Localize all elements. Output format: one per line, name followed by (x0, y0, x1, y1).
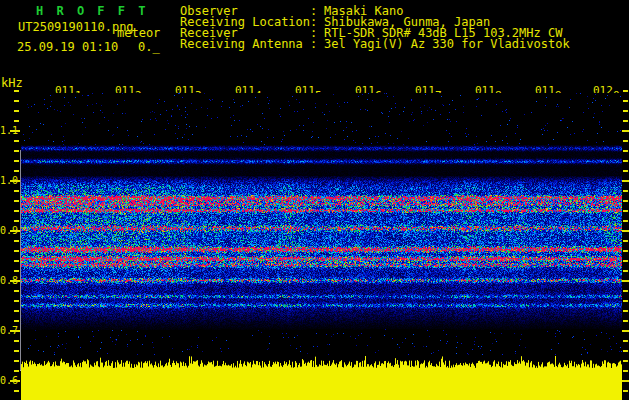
freq-minor-tick (623, 260, 628, 262)
freq-minor-tick (623, 310, 628, 312)
freq-minor-tick (623, 200, 628, 202)
freq-minor-tick (14, 100, 19, 102)
freq-major-tick (10, 380, 20, 382)
freq-major-tick (10, 180, 20, 182)
freq-minor-tick (623, 370, 628, 372)
freq-minor-tick (14, 190, 19, 192)
freq-major-tick (10, 230, 20, 232)
freq-minor-tick (14, 300, 19, 302)
freq-minor-tick (14, 90, 19, 92)
freq-major-tick (10, 130, 20, 132)
freq-minor-tick (14, 390, 19, 392)
freq-minor-tick (14, 310, 19, 312)
hrofft-screen: H R O F F T UT2509190110.png meteor 25.0… (0, 0, 629, 400)
freq-minor-tick (623, 250, 628, 252)
freq-minor-tick (14, 270, 19, 272)
freq-minor-tick (14, 350, 19, 352)
freq-minor-tick (623, 360, 628, 362)
freq-minor-tick (623, 160, 628, 162)
datetime-label: 25.09.19 01:10 (17, 40, 118, 54)
freq-minor-tick (14, 170, 19, 172)
freq-minor-tick (14, 290, 19, 292)
field-label: Receiving Antenna (180, 37, 308, 51)
freq-minor-tick (623, 90, 628, 92)
freq-minor-tick (623, 110, 628, 112)
freq-minor-tick (623, 340, 628, 342)
freq-minor-tick (623, 120, 628, 122)
freq-minor-tick (623, 270, 628, 272)
freq-minor-tick (14, 220, 19, 222)
khz-axis-label: kHz (1, 76, 23, 90)
freq-minor-tick (623, 320, 628, 322)
freq-minor-tick (623, 390, 628, 392)
freq-minor-tick (14, 110, 19, 112)
freq-minor-tick (14, 120, 19, 122)
freq-minor-tick (623, 140, 628, 142)
freq-minor-tick (14, 200, 19, 202)
freq-minor-tick (14, 340, 19, 342)
signal-meter-canvas (21, 355, 622, 400)
freq-minor-tick (623, 190, 628, 192)
freq-minor-tick (623, 240, 628, 242)
freq-minor-tick (623, 150, 628, 152)
freq-minor-tick (623, 300, 628, 302)
axis-vertical-line (20, 150, 21, 371)
freq-minor-tick (623, 170, 628, 172)
freq-major-tick (10, 280, 20, 282)
freq-minor-tick (623, 210, 628, 212)
freq-major-tick (10, 330, 20, 332)
freq-minor-tick (14, 250, 19, 252)
meteor-label: meteor (117, 26, 160, 40)
freq-minor-tick (14, 260, 19, 262)
freq-minor-tick (14, 210, 19, 212)
counter-label: 0._ (138, 40, 160, 54)
field-colon: : (310, 37, 317, 51)
freq-minor-tick (623, 220, 628, 222)
freq-minor-tick (14, 370, 19, 372)
freq-minor-tick (623, 350, 628, 352)
freq-minor-tick (14, 320, 19, 322)
field-value: 3el Yagi(V) Az 330 for Vladivostok (324, 37, 624, 51)
freq-minor-tick (623, 100, 628, 102)
freq-minor-tick (623, 290, 628, 292)
freq-minor-tick (14, 160, 19, 162)
app-title: H R O F F T (36, 4, 148, 18)
freq-minor-tick (14, 150, 19, 152)
freq-minor-tick (14, 360, 19, 362)
freq-minor-tick (14, 240, 19, 242)
spectrogram-canvas (21, 93, 622, 371)
freq-minor-tick (14, 140, 19, 142)
